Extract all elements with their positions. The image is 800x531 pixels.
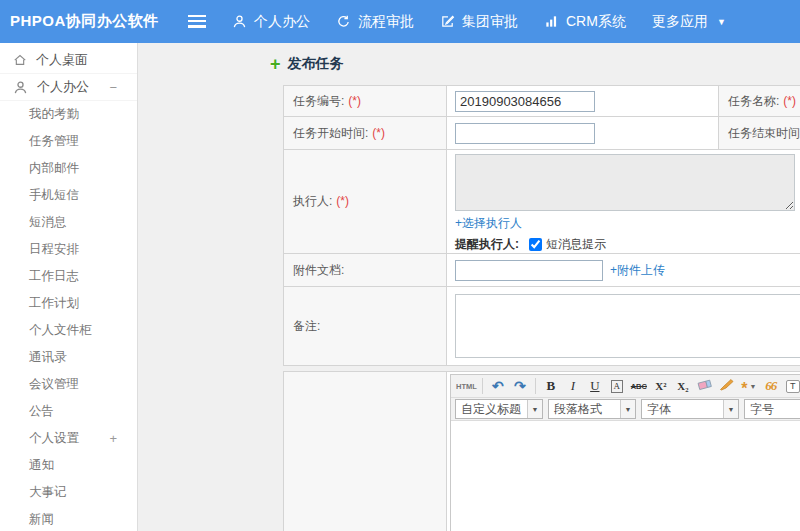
nav-item-2[interactable]: 流程审批	[336, 13, 414, 31]
sidebar-item[interactable]: 通知	[0, 452, 137, 479]
undo-button[interactable]: ↶	[488, 377, 508, 396]
underline-button[interactable]: U	[585, 377, 605, 396]
sidebar-item-label: 个人文件柜	[29, 322, 92, 339]
sidebar-item[interactable]: 大事记	[0, 479, 137, 506]
sidebar-item[interactable]: 通讯录	[0, 344, 137, 371]
executor-label: 执行人:(*)	[284, 150, 447, 254]
sidebar: 个人桌面个人办公−我的考勤任务管理内部邮件手机短信短消息日程安排工作日志工作计划…	[0, 43, 138, 531]
editor-content-area[interactable]	[451, 421, 800, 531]
sidebar-item[interactable]: 个人设置+	[0, 425, 137, 452]
eraser-icon	[697, 378, 713, 394]
caret-down-icon: ▼	[620, 400, 635, 418]
editor-toolbar-row2: 自定义标题▼段落格式▼字体▼字号▼	[451, 398, 800, 421]
strikethrough-button[interactable]: ABC	[629, 377, 649, 396]
sidebar-item[interactable]: 新闻	[0, 506, 137, 531]
subscript-button[interactable]: X₂	[673, 377, 693, 396]
blockquote-button[interactable]: 66	[761, 377, 781, 396]
sidebar-item[interactable]: 我的考勤	[0, 101, 137, 128]
user-icon	[232, 14, 247, 29]
caret-down-icon: ▼	[527, 400, 542, 418]
format-brush-button[interactable]	[717, 377, 737, 396]
sidebar-item[interactable]: 公告	[0, 398, 137, 425]
app-logo: PHPOA协同办公软件	[0, 12, 188, 31]
expand-icon[interactable]: +	[109, 431, 117, 446]
sidebar-item[interactable]: 个人桌面	[0, 47, 137, 74]
task-number-input[interactable]	[455, 91, 595, 112]
font-border-button[interactable]: A	[607, 377, 627, 396]
font-family-select[interactable]: 字体▼	[641, 399, 739, 419]
sidebar-item-label: 个人办公	[37, 78, 89, 96]
collapse-icon[interactable]: −	[109, 80, 117, 95]
sidebar-item[interactable]: 个人文件柜	[0, 317, 137, 344]
task-name-label: 任务名称:(*)	[719, 86, 800, 117]
brush-icon	[719, 378, 734, 394]
attachment-input[interactable]	[455, 260, 603, 281]
sidebar-item-label: 公告	[29, 403, 54, 420]
choose-executor-link[interactable]: +选择执行人	[455, 216, 522, 230]
html-source-button[interactable]: HTML	[456, 377, 477, 396]
sidebar-item[interactable]: 任务管理	[0, 128, 137, 155]
sidebar-item[interactable]: 手机短信	[0, 182, 137, 209]
start-time-input[interactable]	[455, 123, 595, 144]
sidebar-item-label: 我的考勤	[29, 106, 79, 123]
remark-label: 备注:	[284, 287, 447, 366]
paste-plain-button[interactable]: T	[783, 377, 800, 396]
attachment-upload-link[interactable]: +附件上传	[610, 262, 665, 279]
caret-down-icon: ▼	[717, 17, 726, 27]
page-title-text: 发布任务	[288, 55, 344, 73]
superscript-button[interactable]: X²	[651, 377, 671, 396]
sidebar-item[interactable]: 内部邮件	[0, 155, 137, 182]
hamburger-menu-icon[interactable]	[188, 15, 206, 28]
remind-executor-label: 提醒执行人:	[455, 236, 519, 253]
sidebar-item[interactable]: 日程安排	[0, 236, 137, 263]
nav-item-3[interactable]: 集团审批	[440, 13, 518, 31]
process-icon	[336, 14, 351, 29]
custom-title-select[interactable]: 自定义标题▼	[455, 399, 543, 419]
sidebar-item-label: 通讯录	[29, 349, 67, 366]
sidebar-item[interactable]: 工作计划	[0, 290, 137, 317]
editor-toolbar-row1: HTML↶↷BIUAABCX²X₂*▼66TA▼	[451, 375, 800, 398]
sidebar-item-label: 短消息	[29, 214, 67, 231]
sidebar-item-label: 工作日志	[29, 268, 79, 285]
toolbar-separator	[535, 378, 536, 394]
sidebar-item[interactable]: 工作日志	[0, 263, 137, 290]
redo-button[interactable]: ↷	[510, 377, 530, 396]
sidebar-item-label: 新闻	[29, 511, 54, 528]
top-navbar: PHPOA协同办公软件 个人办公流程审批集团审批CRM系统更多应用▼	[0, 0, 800, 43]
sidebar-item-label: 日程安排	[29, 241, 79, 258]
font-size-select[interactable]: 字号▼	[744, 399, 800, 419]
sms-remind-checkbox[interactable]	[529, 238, 542, 251]
remark-textarea[interactable]	[455, 294, 800, 358]
edit-square-icon	[440, 14, 455, 29]
sms-remind-label[interactable]: 短消息提示	[546, 236, 606, 253]
nav-item-4[interactable]: CRM系统	[544, 13, 626, 31]
nav-item-label: 个人办公	[254, 13, 310, 31]
sidebar-item-label: 通知	[29, 457, 54, 474]
sidebar-item[interactable]: 个人办公−	[0, 74, 137, 101]
nav-item-5[interactable]: 更多应用▼	[652, 13, 726, 31]
nav-item-1[interactable]: 个人办公	[232, 13, 310, 31]
special-char-button[interactable]: *▼	[739, 377, 759, 396]
nav-item-label: 更多应用	[652, 13, 708, 31]
bold-button[interactable]: B	[541, 377, 561, 396]
end-time-label: 任务结束时间:(*)	[719, 117, 800, 150]
caret-down-icon: ▼	[749, 383, 756, 390]
paragraph-format-select[interactable]: 段落格式▼	[548, 399, 636, 419]
rich-text-editor: HTML↶↷BIUAABCX²X₂*▼66TA▼ 自定义标题▼段落格式▼字体▼字…	[450, 374, 800, 531]
executor-textarea[interactable]	[455, 154, 795, 211]
user-icon	[13, 80, 28, 95]
home-icon	[13, 53, 27, 67]
add-plus-icon: +	[270, 56, 281, 72]
sidebar-item[interactable]: 短消息	[0, 209, 137, 236]
page-title: + 发布任务	[270, 54, 800, 73]
task-form-table: 任务编号:(*) 任务名称:(*) 任务开始时间:(*)	[283, 85, 800, 366]
eraser-button[interactable]	[695, 377, 715, 396]
task-number-label: 任务编号:(*)	[284, 86, 447, 117]
italic-button[interactable]: I	[563, 377, 583, 396]
caret-down-icon: ▼	[723, 400, 738, 418]
sidebar-item-label: 手机短信	[29, 187, 79, 204]
sidebar-item[interactable]: 会议管理	[0, 371, 137, 398]
start-time-label: 任务开始时间:(*)	[284, 117, 447, 150]
sidebar-item-label: 大事记	[29, 484, 67, 501]
nav-item-label: 流程审批	[358, 13, 414, 31]
